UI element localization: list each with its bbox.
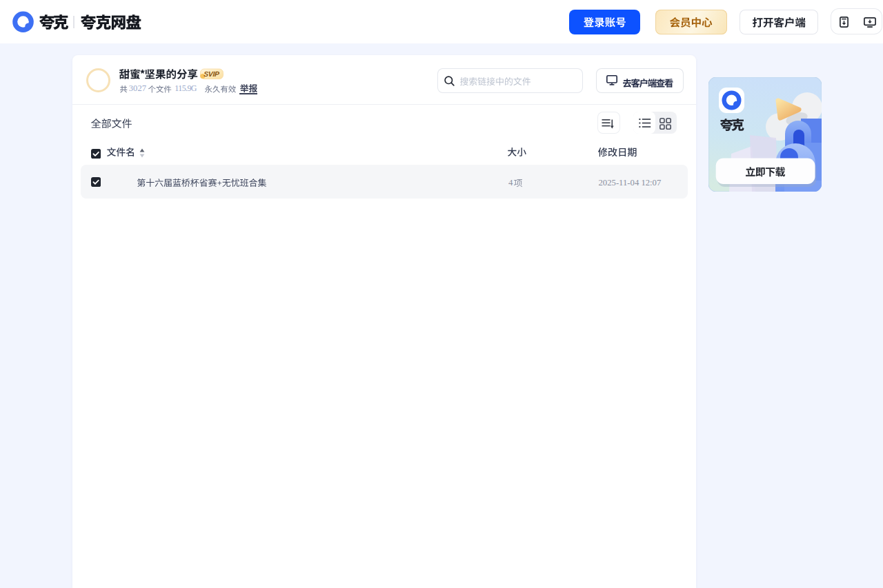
- svg-text:SVIP: SVIP: [203, 70, 219, 78]
